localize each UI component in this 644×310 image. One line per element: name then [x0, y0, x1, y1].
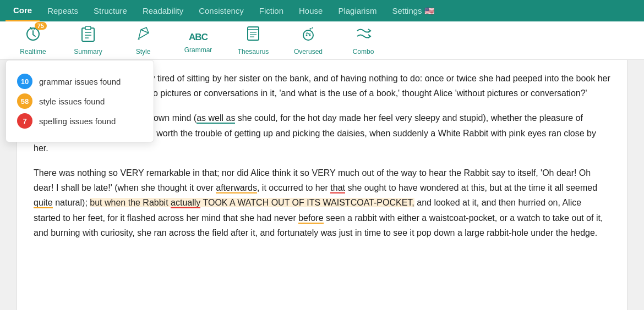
tool-grammar[interactable]: ABC Grammar [171, 21, 226, 60]
abc-text: ABC [189, 32, 208, 42]
svg-point-17 [306, 35, 308, 36]
but-when-highlight: but when the Rabbit actually TOOK A WATC… [90, 198, 414, 207]
style-label: Style [136, 48, 151, 56]
clock-icon: 75 [25, 25, 41, 46]
afterwards-underline: afterwards [216, 183, 257, 193]
before-underline: before [298, 213, 323, 224]
svg-text:z: z [312, 26, 313, 29]
sub-toolbar: 75 Realtime Summary Style [0, 21, 644, 60]
clipboard-icon [80, 25, 96, 46]
svg-line-2 [33, 35, 35, 36]
nav-structure[interactable]: Structure [86, 0, 135, 21]
thesaurus-label: Thesaurus [238, 48, 269, 56]
overused-label: Overused [294, 48, 323, 56]
summary-dropdown: 10 grammar issues found 58 style issues … [6, 60, 154, 142]
nav-core[interactable]: Core [6, 0, 40, 21]
svg-point-18 [309, 35, 311, 36]
nav-plagiarism[interactable]: Plagiarism [330, 0, 384, 21]
that-underline: that [330, 183, 345, 193]
nav-house[interactable]: House [291, 0, 330, 21]
shuffle-icon [355, 25, 372, 46]
spelling-count-badge: 7 [17, 113, 32, 129]
book-icon [245, 25, 261, 46]
nav-settings[interactable]: Settings 🇺🇸 [384, 0, 442, 21]
tool-style[interactable]: Style [116, 21, 171, 60]
realtime-badge: 75 [35, 22, 47, 30]
spelling-count-label: spelling issues found [39, 117, 116, 126]
grammar-count-badge: 10 [17, 74, 32, 89]
combo-label: Combo [353, 48, 374, 56]
tool-realtime[interactable]: 75 Realtime [6, 21, 61, 60]
sleep-icon: z z [300, 25, 316, 46]
quite-underline: quite [34, 198, 53, 208]
nav-readability[interactable]: Readability [135, 0, 191, 21]
pen-icon [135, 25, 151, 46]
tool-summary[interactable]: Summary [61, 21, 116, 60]
tool-overused[interactable]: z z Overused [281, 21, 336, 60]
tool-thesaurus[interactable]: Thesaurus [226, 21, 281, 60]
grammar-count-label: grammar issues found [39, 77, 121, 86]
nav-consistency[interactable]: Consistency [191, 0, 252, 21]
grammar-label: Grammar [184, 46, 212, 54]
top-nav: Core Repeats Structure Readability Consi… [0, 0, 644, 21]
svg-rect-11 [248, 27, 259, 40]
style-count-badge: 58 [17, 93, 32, 109]
abc-icon: ABC [189, 27, 208, 44]
nav-fiction[interactable]: Fiction [252, 0, 291, 21]
nav-repeats[interactable]: Repeats [40, 0, 86, 21]
style-count-row: 58 style issues found [17, 93, 143, 109]
style-count-label: style issues found [39, 97, 105, 106]
spelling-count-row: 7 spelling issues found [17, 113, 143, 129]
as-well-as-underline: as well as [197, 113, 235, 124]
tool-combo[interactable]: Combo [336, 21, 391, 60]
summary-label: Summary [74, 48, 102, 56]
svg-rect-6 [85, 26, 91, 30]
grammar-count-row: 10 grammar issues found [17, 74, 143, 89]
actually-underline: actually [171, 198, 200, 208]
svg-point-16 [303, 30, 313, 40]
realtime-label: Realtime [20, 48, 46, 56]
paragraph-3: There was nothing so VERY remarkable in … [34, 165, 610, 240]
